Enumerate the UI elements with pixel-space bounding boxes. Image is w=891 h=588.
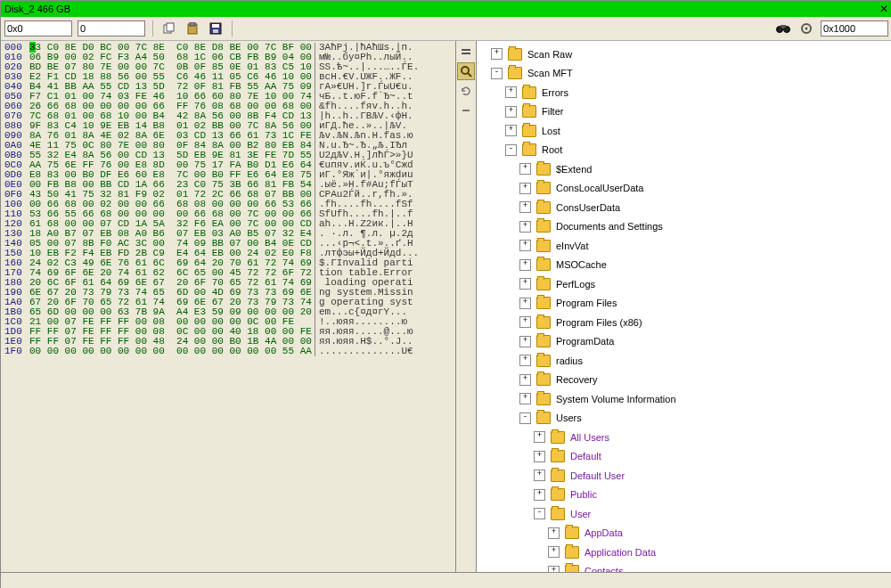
tree-item[interactable]: -Users <box>519 410 582 426</box>
tree-item[interactable]: +ConsUserData <box>519 200 620 216</box>
expand-icon[interactable]: + <box>548 527 560 539</box>
start-address-input[interactable] <box>4 20 72 37</box>
tree-item[interactable]: +eInvVat <box>519 238 589 254</box>
expand-icon[interactable]: + <box>534 470 545 481</box>
tree-item[interactable]: -Scan MFT <box>491 65 573 81</box>
expand-icon[interactable]: + <box>534 489 545 501</box>
tree-item[interactable]: +Application Data <box>548 544 656 560</box>
expand-icon[interactable]: + <box>548 566 560 573</box>
hex-dump[interactable]: 00033 C0 8E D0 BC 00 7C 8E C0 8E D8 BE 0… <box>1 41 455 572</box>
tree-pane[interactable]: +Scan Raw-Scan MFT+Errors+Filter+Lost-Ro… <box>477 41 891 572</box>
tree-item[interactable]: +System Volume Information <box>519 391 676 407</box>
collapse-icon[interactable]: - <box>519 412 531 424</box>
tool-refresh-icon[interactable] <box>457 82 475 100</box>
tree-item[interactable]: +$Extend <box>519 161 592 177</box>
find-icon[interactable] <box>774 20 792 37</box>
tree-item[interactable]: +Lost <box>505 123 560 139</box>
expand-icon[interactable]: + <box>519 374 531 386</box>
expand-icon[interactable]: + <box>519 336 531 347</box>
tree-item[interactable]: +PerfLogs <box>519 276 595 292</box>
tree-item[interactable]: +Recovery <box>519 372 597 388</box>
tree-item[interactable]: +Default User <box>534 468 625 484</box>
expand-icon[interactable]: + <box>519 298 531 309</box>
tree-item[interactable]: +AppData <box>548 525 623 541</box>
folder-icon <box>536 240 551 252</box>
expand-icon[interactable]: + <box>519 201 531 213</box>
collapse-icon[interactable]: - <box>491 68 503 79</box>
folder-icon <box>536 335 551 347</box>
tool-equals-icon[interactable] <box>457 43 475 61</box>
tree-label: radius <box>556 353 583 369</box>
svg-rect-6 <box>213 29 218 33</box>
expand-icon[interactable]: + <box>491 48 503 60</box>
expand-icon[interactable]: + <box>519 259 531 271</box>
close-icon[interactable]: ✕ <box>879 1 888 17</box>
expand-icon[interactable]: + <box>519 163 531 175</box>
side-toolbar <box>456 41 477 572</box>
folder-icon <box>536 278 551 290</box>
paste-icon[interactable] <box>184 20 201 37</box>
tree-item[interactable]: +Public <box>534 486 597 502</box>
expand-icon[interactable]: + <box>534 431 545 443</box>
expand-icon[interactable]: + <box>534 451 545 462</box>
hex-bytes[interactable]: 00 00 00 00 00 00 00 00 00 00 00 00 00 0… <box>29 347 315 356</box>
expand-icon[interactable]: + <box>519 183 531 194</box>
folder-icon <box>508 67 522 79</box>
tree-item[interactable]: -User <box>534 506 591 522</box>
tree-item[interactable]: +MSOCache <box>519 257 607 273</box>
svg-rect-1 <box>167 23 174 31</box>
tree-label: Scan MFT <box>527 65 573 81</box>
main-area: 00033 C0 8E D0 BC 00 7C 8E C0 8E D8 BE 0… <box>1 41 891 572</box>
tree-item[interactable]: +Program Files <box>519 295 617 311</box>
folder-icon <box>565 527 579 539</box>
tree-item[interactable]: +ProgramData <box>519 333 614 349</box>
expand-icon[interactable]: + <box>505 125 517 136</box>
tree-item[interactable]: -Root <box>505 142 562 158</box>
tree-label: Errors <box>542 85 568 101</box>
tree-item[interactable]: +Documents and Settings <box>519 218 663 234</box>
tree-item[interactable]: +Default <box>534 448 601 464</box>
tree-item[interactable]: +Program Files (x86) <box>519 314 642 331</box>
folder-icon <box>536 393 551 405</box>
folder-icon <box>536 412 551 424</box>
settings-icon[interactable] <box>797 20 815 37</box>
end-address-input[interactable] <box>821 20 888 37</box>
tree-item[interactable]: +radius <box>519 353 583 369</box>
save-icon[interactable] <box>207 20 225 37</box>
tree-label: Default User <box>570 468 625 484</box>
collapse-icon[interactable]: - <box>505 144 517 156</box>
tree-item[interactable]: +Filter <box>505 103 563 119</box>
collapse-icon[interactable]: - <box>534 508 545 519</box>
folder-icon <box>522 125 536 137</box>
expand-icon[interactable]: + <box>519 240 531 251</box>
tree-item[interactable]: +Errors <box>505 85 568 101</box>
expand-icon[interactable]: + <box>519 221 531 233</box>
tree-item[interactable]: +Scan Raw <box>491 46 572 62</box>
expand-icon[interactable]: + <box>519 278 531 290</box>
tree-label: Program Files <box>556 295 617 311</box>
tree-label: Program Files (x86) <box>556 314 642 331</box>
tree-label: AppData <box>584 525 623 541</box>
expand-icon[interactable]: + <box>519 316 531 328</box>
expand-icon[interactable]: + <box>519 355 531 366</box>
expand-icon[interactable]: + <box>505 106 517 118</box>
copy-icon[interactable] <box>160 20 178 37</box>
tree-item[interactable]: +All Users <box>534 429 609 445</box>
tree-item[interactable]: +Contacts <box>548 563 623 572</box>
expand-icon[interactable]: + <box>548 546 560 558</box>
tree-label: ConsUserData <box>556 200 620 216</box>
folder-icon <box>551 450 565 462</box>
length-input[interactable] <box>78 20 145 37</box>
tool-search-icon[interactable] <box>457 62 475 80</box>
folder-icon <box>536 182 551 194</box>
folder-icon <box>536 163 551 176</box>
expand-icon[interactable]: + <box>505 86 517 98</box>
expand-icon[interactable]: + <box>519 393 531 404</box>
hex-pane: 00033 C0 8E D0 BC 00 7C 8E C0 8E D8 BE 0… <box>1 41 456 572</box>
tree-item[interactable]: +ConsLocalUserData <box>519 180 643 196</box>
tool-minus-icon[interactable] <box>457 102 475 119</box>
title-bar[interactable]: Disk_2 466 GB ✕ <box>1 1 891 17</box>
folder-icon <box>536 316 551 329</box>
folder-icon <box>522 105 536 118</box>
hex-ascii: ..............U€ <box>315 347 413 356</box>
